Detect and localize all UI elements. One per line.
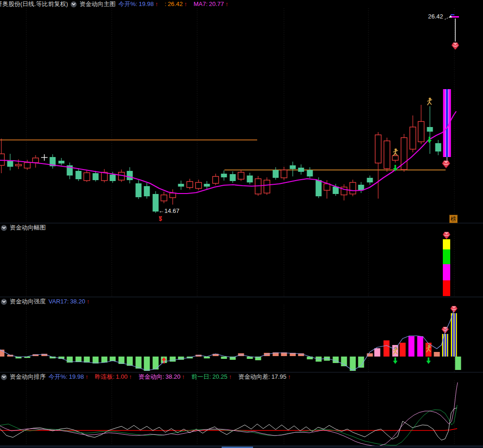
up-arrow-glyph: ↑ xyxy=(288,373,291,381)
panel3-header: 资金动向强度 VAR17: 38.20 ↑ xyxy=(0,298,90,305)
up-arrow-glyph: ↑ xyxy=(155,0,158,8)
metric-label: 资金动向: xyxy=(139,373,164,381)
up-arrow-glyph: ↑ xyxy=(184,0,187,8)
panel4-lines xyxy=(0,382,458,446)
metric-value: 38.20 xyxy=(165,373,181,381)
panel2-header: 资金动向幅图 xyxy=(0,224,46,231)
metric-4: 资金动向差:17.95↑ xyxy=(238,373,291,381)
metric-label: : xyxy=(165,0,167,8)
metric-1: :26.42↑ xyxy=(165,0,187,8)
metric-label: 资金动向差: xyxy=(238,373,270,381)
var17-metric: VAR17: 38.20 ↑ xyxy=(48,298,90,305)
main-indicator-metrics: 今开%:19.98↑:26.42↑MA7:20.77↑ xyxy=(118,0,228,8)
trading-terminal: 研奥股份(日线.等比前复权) 资金动向主图 今开%:19.98↑:26.42↑M… xyxy=(0,0,483,448)
panel2-stack-bar xyxy=(443,232,450,296)
metric-value: 20.25 xyxy=(212,373,228,381)
up-arrow-glyph: ↑ xyxy=(85,373,89,381)
metric-label: 前一日: xyxy=(191,373,211,381)
panel3-title: 资金动向强度 xyxy=(10,298,46,305)
up-arrow-glyph: ↑ xyxy=(129,373,132,381)
metric-label: 昨连板: xyxy=(95,373,115,381)
panel2-title: 资金动向幅图 xyxy=(10,224,46,231)
metric-2: MA7:20.77↑ xyxy=(193,0,228,8)
metric-2: 资金动向:38.20↑ xyxy=(139,373,185,381)
current-price-label: 26.42 xyxy=(428,13,443,20)
stock-title: 研奥股份(日线.等比前复权) xyxy=(0,0,68,8)
up-arrow-glyph: ↑ xyxy=(229,373,232,381)
main-indicator-title: 资金动向主图 xyxy=(79,0,115,8)
metric-0: 今开%:19.98↑ xyxy=(48,373,88,381)
var17-value: 38.20 xyxy=(70,298,85,305)
panel4-metrics: 今开%:19.98↑昨连板:1.00↑资金动向:38.20↑前一日:20.25↑… xyxy=(48,373,291,381)
metric-value: 19.98 xyxy=(69,373,84,381)
panel4-header: 资金动向排序 今开%:19.98↑昨连板:1.00↑资金动向:38.20↑前一日… xyxy=(0,373,291,381)
metric-value: 17.95 xyxy=(272,373,287,381)
metric-value: 19.98 xyxy=(139,0,154,8)
metric-1: 昨连板:1.00↑ xyxy=(95,373,132,381)
chart-canvas[interactable] xyxy=(0,0,483,448)
chevron-down-icon[interactable] xyxy=(1,374,7,380)
series-violet xyxy=(0,382,458,446)
series-baseline xyxy=(0,429,457,430)
chevron-down-icon[interactable] xyxy=(1,299,7,305)
horizontal-scrollbar-track[interactable] xyxy=(0,446,483,448)
metric-value: 26.42 xyxy=(168,0,183,8)
low-price-label: ←14.67 xyxy=(158,207,180,214)
up-arrow-glyph: ↑ xyxy=(225,0,229,8)
candles-layer xyxy=(0,89,451,213)
chevron-down-icon[interactable] xyxy=(71,1,77,7)
metric-label: 今开%: xyxy=(48,373,67,381)
var17-label: VAR17: xyxy=(48,298,69,305)
metric-value: 20.77 xyxy=(209,0,224,8)
rank-badge[interactable]: 榜 xyxy=(449,215,458,223)
up-arrow-glyph: ↑ xyxy=(86,298,90,305)
up-arrow-glyph: ↑ xyxy=(182,373,185,381)
sell-signal-marker: $ xyxy=(159,216,162,222)
metric-3: 前一日:20.25↑ xyxy=(191,373,232,381)
metric-label: MA7: xyxy=(193,0,207,8)
series-green xyxy=(0,405,457,445)
series-white xyxy=(0,408,457,440)
metric-label: 今开%: xyxy=(118,0,137,8)
metric-value: 1.00 xyxy=(116,373,127,381)
metric-0: 今开%:19.98↑ xyxy=(118,0,158,8)
chevron-down-icon[interactable] xyxy=(1,225,7,231)
main-header: 研奥股份(日线.等比前复权) 资金动向主图 今开%:19.98↑:26.42↑M… xyxy=(0,0,229,8)
panel4-title: 资金动向排序 xyxy=(10,373,46,381)
